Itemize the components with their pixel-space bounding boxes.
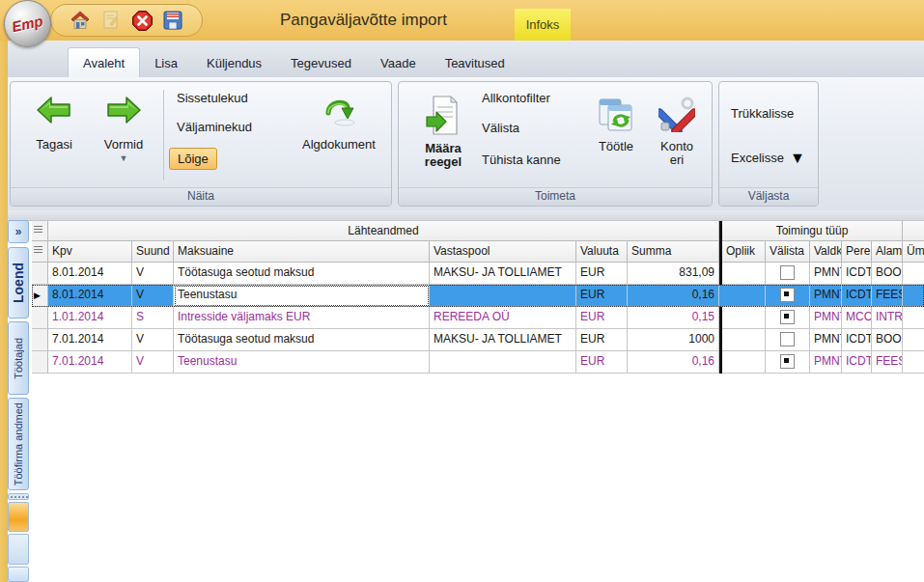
- cell-valuuta[interactable]: EUR: [576, 307, 628, 329]
- cell-valuuta[interactable]: EUR: [576, 263, 628, 285]
- tab-vaade[interactable]: Vaade: [366, 48, 431, 77]
- cell-um[interactable]: [903, 285, 924, 307]
- cell-alam[interactable]: BOOK: [872, 329, 903, 351]
- cell-kpv[interactable]: 8.01.2014: [48, 285, 132, 307]
- cell-um[interactable]: [903, 329, 924, 351]
- cell-opliik[interactable]: [722, 329, 766, 351]
- col-header-opliik[interactable]: Opliik: [722, 241, 766, 263]
- row-indicator[interactable]: [32, 329, 48, 351]
- cell-valdk[interactable]: PMNT: [810, 329, 842, 351]
- algdokument-button[interactable]: Algdokument: [289, 86, 389, 186]
- cell-opliik[interactable]: [722, 285, 766, 307]
- cell-valdk[interactable]: PMNT: [810, 307, 842, 329]
- col-header-alam[interactable]: Alam: [872, 241, 903, 263]
- cell-suund[interactable]: V: [132, 285, 174, 307]
- cell-valista[interactable]: [766, 285, 810, 307]
- cell-alam[interactable]: FEES: [872, 285, 903, 307]
- cell-valista[interactable]: [766, 329, 810, 351]
- cell-maksuaine[interactable]: Teenustasu: [174, 285, 430, 307]
- cell-suund[interactable]: V: [132, 351, 174, 374]
- valjaminekud-button[interactable]: Väljaminekud: [169, 117, 260, 137]
- loige-button[interactable]: Lõige: [169, 148, 217, 170]
- cell-pere[interactable]: MCO: [842, 307, 872, 329]
- cell-summa[interactable]: 1000: [628, 329, 719, 351]
- sidebar-nav-block[interactable]: [8, 567, 29, 582]
- cell-kpv[interactable]: 7.01.2014: [48, 329, 132, 351]
- col-header-suund[interactable]: Suund: [132, 241, 174, 263]
- cell-valdk[interactable]: PMNT: [810, 351, 842, 374]
- column-chooser-button[interactable]: [32, 221, 48, 241]
- tab-kyljendus[interactable]: Küljendus: [192, 48, 276, 77]
- cell-alam[interactable]: FEES: [872, 351, 903, 374]
- row-indicator[interactable]: [32, 351, 48, 374]
- sissetulekud-button[interactable]: Sissetulekud: [169, 88, 256, 108]
- sidebar-nav-block-active[interactable]: [8, 502, 29, 532]
- row-indicator[interactable]: ▶: [32, 285, 48, 307]
- cell-maksuaine[interactable]: Töötasuga seotud maksud: [174, 329, 430, 351]
- checkbox-checked[interactable]: [780, 288, 795, 302]
- tab-lisa[interactable]: Lisa: [140, 48, 192, 77]
- cell-maksuaine[interactable]: Teenustasu: [174, 351, 430, 374]
- cell-um[interactable]: [903, 263, 924, 285]
- cell-vastaspool[interactable]: MAKSU- JA TOLLIAMET: [430, 263, 576, 285]
- cell-summa[interactable]: 0,16: [628, 351, 719, 374]
- table-row[interactable]: 7.01.2014VTöötasuga seotud maksudMAKSU- …: [32, 329, 924, 351]
- col-header-um[interactable]: Üm: [903, 241, 924, 263]
- tagasi-button[interactable]: Tagasi: [22, 86, 86, 186]
- col-header-valdk[interactable]: Valdk: [810, 241, 842, 263]
- cell-alam[interactable]: BOOK: [872, 263, 903, 285]
- tab-avaleht[interactable]: Avaleht: [68, 47, 140, 77]
- tab-teavitused[interactable]: Teavitused: [431, 48, 519, 77]
- allkontofilter-button[interactable]: Allkontofilter: [474, 88, 558, 108]
- cell-valista[interactable]: [766, 307, 810, 329]
- cell-summa[interactable]: 0,16: [628, 285, 719, 307]
- checkbox-checked[interactable]: [780, 354, 795, 369]
- col-header-summa[interactable]: Summa: [628, 241, 719, 263]
- home-icon[interactable]: [70, 10, 91, 31]
- col-header-vastaspool[interactable]: Vastaspool: [430, 241, 576, 263]
- checkbox-unchecked[interactable]: [780, 332, 795, 346]
- excelisse-button[interactable]: Excelisse ▼: [723, 148, 805, 168]
- col-header-valista[interactable]: Välista: [766, 241, 810, 263]
- row-indicator[interactable]: [32, 263, 48, 285]
- cell-um[interactable]: [903, 307, 924, 329]
- cell-suund[interactable]: V: [132, 329, 174, 351]
- cell-valuuta[interactable]: EUR: [576, 351, 628, 374]
- stop-icon[interactable]: [131, 10, 153, 31]
- sidebar-tab-tootajad[interactable]: Töötajad: [8, 321, 29, 395]
- cell-valdk[interactable]: PMNT: [810, 263, 842, 285]
- cell-maksuaine[interactable]: Töötasuga seotud maksud: [174, 263, 430, 285]
- table-row[interactable]: ▶8.01.2014VTeenustasuEUR0,16PMNTICDTFEES: [32, 285, 924, 307]
- col-header-maksuaine[interactable]: Maksuaine: [174, 241, 430, 263]
- cell-pere[interactable]: ICDT: [842, 263, 872, 285]
- cell-suund[interactable]: V: [132, 263, 174, 285]
- contextual-tab-infoks[interactable]: Infoks: [515, 9, 571, 42]
- cell-summa[interactable]: 0,15: [628, 307, 719, 329]
- sidebar-nav-block[interactable]: [8, 534, 29, 565]
- cell-opliik[interactable]: [722, 307, 766, 329]
- row-indicator[interactable]: [32, 307, 48, 329]
- cell-pere[interactable]: ICDT: [842, 351, 872, 374]
- sidebar-collapse-button[interactable]: »: [8, 220, 29, 243]
- app-menu-logo[interactable]: Emp: [4, 0, 51, 47]
- col-header-kpv[interactable]: Kpv: [48, 241, 132, 263]
- tab-tegevused[interactable]: Tegevused: [276, 48, 366, 77]
- cell-suund[interactable]: S: [132, 307, 174, 329]
- cell-valuuta[interactable]: EUR: [576, 329, 628, 351]
- tootle-button[interactable]: Töötle: [588, 86, 644, 186]
- cell-summa[interactable]: 831,09: [628, 263, 719, 285]
- tuhista-kanne-button[interactable]: Tühista kanne: [474, 150, 569, 170]
- col-header-valuuta[interactable]: Valuuta: [576, 241, 628, 263]
- cell-vastaspool[interactable]: REREEDA OÜ: [430, 307, 576, 329]
- cell-pere[interactable]: ICDT: [842, 329, 872, 351]
- cell-vastaspool[interactable]: [430, 351, 576, 374]
- cell-pere[interactable]: ICDT: [842, 285, 872, 307]
- row-menu-button[interactable]: [32, 241, 48, 263]
- cell-kpv[interactable]: 7.01.2014: [48, 351, 132, 374]
- maara-reegel-button[interactable]: Määra reegel: [406, 86, 480, 186]
- checkbox-checked[interactable]: [780, 310, 795, 324]
- table-row[interactable]: 8.01.2014VTöötasuga seotud maksudMAKSU- …: [32, 263, 924, 285]
- sidebar-tab-loend[interactable]: Loend: [8, 247, 29, 319]
- cell-vastaspool[interactable]: [430, 285, 576, 307]
- cell-valdk[interactable]: PMNT: [810, 285, 842, 307]
